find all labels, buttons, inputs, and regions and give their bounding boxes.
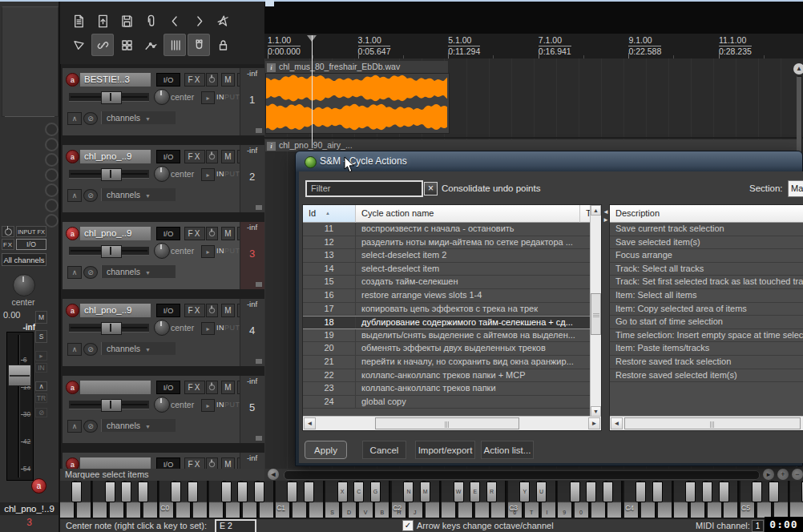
timeline-ruler[interactable]: 1.1.000:00.0003.1.000:05.6475.1.000:11.2… <box>264 34 803 59</box>
piano-key-black[interactable]: R <box>486 482 497 502</box>
piano-key-black[interactable]: W <box>454 482 464 502</box>
magnet-snap-button[interactable] <box>188 34 210 56</box>
track-fx-power-button[interactable] <box>206 227 218 240</box>
description-row[interactable]: Item: Paste items/tracks <box>610 342 803 356</box>
mixer-btn6-button[interactable]: ⊘ <box>35 408 47 417</box>
chevron-left-button[interactable] <box>163 10 186 32</box>
piano-key-black[interactable] <box>603 482 613 502</box>
scroll-right-icon[interactable]: ► <box>588 417 600 429</box>
file-open-button[interactable] <box>91 10 114 32</box>
mixer-btn4-button[interactable]: ∧ <box>35 381 47 391</box>
channels-dropdown[interactable]: channels▼ <box>101 419 176 432</box>
action-row[interactable]: 17копировать цепь эффектов с трека на тр… <box>303 303 591 316</box>
vscroll-thumb[interactable] <box>591 293 601 335</box>
piano-key-black[interactable] <box>287 482 297 502</box>
center-note-input[interactable]: E 2 <box>215 519 256 532</box>
description-row[interactable]: Go to start of time selection <box>610 316 803 329</box>
track-pan-knob[interactable] <box>154 397 170 413</box>
mixer-btn1-button[interactable]: S <box>35 330 47 343</box>
track-fx-button[interactable]: FX <box>184 304 205 317</box>
track-io-button[interactable]: I/O <box>156 150 180 163</box>
track-io-button[interactable]: I/O <box>156 73 180 87</box>
pane-splitter[interactable]: ◄► <box>603 208 609 232</box>
track-mute-button[interactable]: M <box>221 227 235 240</box>
track-fx-button[interactable]: FX <box>184 150 205 163</box>
record-arm-icon[interactable]: a <box>66 227 79 240</box>
piano-key-black[interactable] <box>702 482 712 502</box>
track-fx-power-button[interactable] <box>206 304 218 317</box>
scroll-left-icon[interactable]: ◄ <box>268 469 279 480</box>
fold-up-icon[interactable]: ∧ <box>67 189 82 202</box>
channels-dropdown[interactable]: channels▼ <box>101 342 176 355</box>
track-name[interactable] <box>80 381 151 394</box>
media-item-label[interactable]: ichl_mus_80_freshair_EbDb.wav <box>265 61 448 73</box>
volume-slider-handle[interactable] <box>101 399 122 412</box>
zoom-out-icon[interactable]: − <box>792 469 803 480</box>
channels-dropdown[interactable]: channels▼ <box>101 188 176 201</box>
track-volume-slider[interactable] <box>69 324 149 332</box>
track-name[interactable]: chl_pno_..9 <box>80 227 151 240</box>
track-fx-button[interactable]: FX <box>184 381 205 394</box>
piano-key-black[interactable]: M <box>420 482 430 502</box>
action-row[interactable]: 21перейти к началу, но сохранить вид окн… <box>303 356 591 369</box>
track-mute-button[interactable]: M <box>221 304 235 317</box>
track-fx-button[interactable]: FX <box>184 227 205 240</box>
mixer-io-button[interactable]: I/O <box>16 239 46 250</box>
record-arm-icon[interactable]: a <box>66 150 79 163</box>
piano-key-black[interactable]: N <box>403 482 414 502</box>
action-row[interactable]: 11воспроизвести с начала - остановить <box>303 223 591 236</box>
track-pan-knob[interactable] <box>154 89 170 105</box>
mixer-input-fx-button[interactable]: INPUT FX <box>16 226 46 237</box>
action-row[interactable]: 24global copy <box>303 396 591 409</box>
track-fx-power-button[interactable] <box>206 457 218 469</box>
monitor-icon[interactable]: ▸ <box>201 91 215 104</box>
piano-key-black[interactable]: G <box>370 482 381 502</box>
marquee-funnel-button[interactable] <box>67 34 90 56</box>
description-row[interactable]: Save current track selection <box>610 223 803 236</box>
chevron-right-button[interactable] <box>188 10 210 32</box>
media-item-waveform[interactable] <box>265 73 450 134</box>
track-name[interactable]: chl_pno_..9 <box>80 150 151 163</box>
track-io-button[interactable]: I/O <box>156 227 180 240</box>
track-panel-4[interactable]: achl_pno_..9I/OFXMScenter▸INPUT∧⊘channel… <box>63 299 240 366</box>
piano-key-black[interactable] <box>636 482 646 502</box>
table-horizontal-scrollbar[interactable]: ◄ <box>610 416 803 430</box>
description-row[interactable]: Item: Select all items <box>610 289 803 303</box>
track-io-button[interactable]: I/O <box>156 381 180 394</box>
file-new-button[interactable] <box>67 10 90 32</box>
hscroll-thumb[interactable] <box>375 417 519 429</box>
monitor-icon[interactable]: ▸ <box>201 322 215 335</box>
column-header-id[interactable]: Id▲ <box>303 205 356 223</box>
track-panel-5[interactable]: aI/OFXMScenter▸INPUT∧⊘channels▼ <box>63 376 240 443</box>
envelope-point-button[interactable] <box>139 34 162 56</box>
filter-input[interactable]: Filter <box>305 180 423 197</box>
track-volume-slider[interactable] <box>69 170 149 179</box>
hscroll-thumb[interactable] <box>624 417 801 429</box>
monitor-icon[interactable]: ▸ <box>201 245 215 258</box>
description-row[interactable]: Track: Select all tracks <box>610 263 803 276</box>
arrange-scroll-up-icon[interactable]: ▲ <box>793 63 803 75</box>
media-item-label[interactable]: ichl_pno_90_airy_... <box>265 139 797 151</box>
mixer-channels-button[interactable]: All channels <box>2 253 46 266</box>
arrow-keys-checkbox[interactable]: ✓ <box>402 520 414 531</box>
track-mute-button[interactable]: M <box>221 457 235 469</box>
arrange-scrollbar-thumb[interactable] <box>797 77 801 153</box>
track-fx-button[interactable]: FX <box>184 73 205 87</box>
track-panel-3[interactable]: achl_pno_..9I/OFXMScenter▸INPUT∧⊘channel… <box>63 222 240 289</box>
midi-channel-value[interactable]: 1 <box>752 520 764 532</box>
piano-key-black[interactable]: Y <box>519 482 530 502</box>
piano-key-black[interactable]: X <box>337 482 348 502</box>
action-list-button[interactable]: Action list... <box>481 441 534 459</box>
track-fx-power-button[interactable] <box>206 150 218 163</box>
volume-slider-handle[interactable] <box>101 168 122 181</box>
description-row[interactable]: Save selected item(s) <box>610 236 803 250</box>
mixer-fader-track[interactable] <box>6 332 34 481</box>
track-pan-knob[interactable] <box>154 243 170 259</box>
piano-key-black[interactable]: C <box>353 482 364 502</box>
link-chain-button[interactable] <box>91 34 114 56</box>
piano-key-black[interactable] <box>71 482 82 502</box>
fold-up-icon[interactable]: ∧ <box>67 420 82 433</box>
scroll-right-icon[interactable]: ▸ <box>763 469 774 480</box>
cursor-off-button[interactable] <box>212 10 234 32</box>
action-row[interactable]: 12разделить ноты миди-айтема по сетке ре… <box>303 236 591 250</box>
